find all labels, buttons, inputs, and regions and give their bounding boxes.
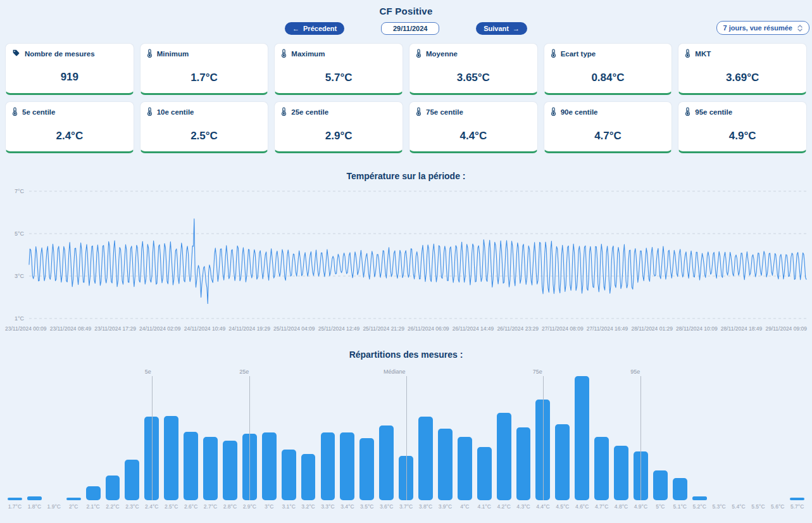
histogram-column [416,369,435,500]
thermometer-icon [147,49,153,59]
histogram-bar [673,478,687,500]
histogram-x-label: 2.7°C [201,503,220,510]
stat-value: 0.84°C [551,72,666,84]
percentile-marker-label: 25e [239,369,249,375]
percentile-marker-label: 5e [145,369,151,375]
x-tick-label: 27/11/2024 16:49 [587,325,628,332]
stat-card: 90e centile4.7°C [544,101,673,153]
thermometer-icon [281,107,287,117]
histogram-x-label: 5.7°C [787,503,807,510]
stat-card: Minimum1.7°C [140,43,269,95]
histogram-column [259,369,279,500]
thermometer-icon [147,107,153,117]
navigation-bar: ← Précedent Suivant → 7 jours, vue résum… [0,22,812,35]
histogram-x-label: 3.3°C [318,503,338,510]
line-chart-title: Température sur la période : [0,171,812,181]
histogram-column [475,369,494,500]
histogram-x-label: 3.1°C [279,503,299,510]
histogram-bar [379,425,394,500]
histogram-bar [203,437,218,500]
x-tick-label: 23/11/2024 00:09 [5,325,47,332]
stat-value: 3.69°C [685,72,800,84]
previous-button[interactable]: ← Précedent [285,22,344,35]
x-tick-label: 23/11/2024 08:49 [50,325,92,332]
histogram-x-label: 2.2°C [103,503,123,510]
x-tick-label: 23/11/2024 17:29 [94,325,136,332]
histogram-x-label: 5.6°C [768,503,787,510]
histogram-x-label: 3.4°C [337,503,357,510]
stat-value: 2.5°C [147,130,262,142]
histogram-bar [516,427,531,500]
histogram-column [514,369,534,500]
stat-value: 2.4°C [12,130,127,142]
histogram-x-label: 5.2°C [690,503,709,510]
stat-value: 5.7°C [281,72,396,84]
x-tick-label: 25/11/2024 04:09 [273,325,315,332]
stat-label: Minimum [157,50,189,58]
thermometer-icon [551,107,556,117]
percentile-marker-label: Médiane [384,369,406,375]
histogram-bar [223,441,237,500]
histogram-bar [458,437,472,500]
x-tick-label: 27/11/2024 08:09 [542,325,584,332]
x-tick-label: 24/11/2024 10:49 [184,325,226,332]
percentile-marker-label: 75e [533,369,542,375]
stat-card: 75e centile4.4°C [409,101,538,153]
x-tick-label: 28/11/2024 18:49 [721,325,763,332]
x-tick-label: 28/11/2024 01:29 [631,325,673,332]
histogram-bar [692,496,707,500]
histogram-bar [125,460,139,500]
stat-value: 4.7°C [551,130,666,142]
percentile-marker: 95e [640,376,641,500]
histogram-column [64,369,84,500]
x-tick-label: 24/11/2024 19:29 [228,325,270,332]
sort-chevrons-icon [797,25,803,32]
stat-label: Maximum [291,50,325,58]
histogram-column [161,369,181,500]
stat-label: 25e centile [291,108,328,116]
date-input[interactable] [381,22,439,35]
histogram-bar [555,424,570,500]
x-tick-label: 26/11/2024 14:49 [453,325,494,332]
stat-value: 4.9°C [685,130,800,142]
histogram-column [25,369,44,500]
histogram-x-label: 2.4°C [142,503,161,510]
histogram-x-label: 3.6°C [377,503,396,510]
histogram-x-label: 4.8°C [611,503,631,510]
temperature-line-chart: 7°C5°C3°C1°C [0,186,812,324]
x-tick-label: 26/11/2024 06:09 [408,325,449,332]
histogram-bar [790,498,804,500]
stat-value: 4.4°C [416,130,531,142]
x-tick-label: 26/11/2024 23:29 [497,325,539,332]
svg-text:5°C: 5°C [15,230,25,237]
histogram-x-label: 2.1°C [84,503,103,510]
histogram-x-label: 2.8°C [220,503,240,510]
histogram-bar [438,429,453,500]
histogram-bar [27,496,42,500]
range-select[interactable]: 7 jours, vue résumée [716,21,809,35]
histogram-column [103,369,123,500]
thermometer-icon [551,49,556,59]
histogram-bar [418,417,433,500]
dashboard: CF Positive ← Précedent Suivant → 7 jour… [0,0,812,510]
x-tick-label: 29/11/2024 09:09 [765,325,807,332]
bar-chart-title: Répartitions des mesures : [0,350,812,360]
histogram-x-label: 2.6°C [181,503,201,510]
histogram-bar [359,438,374,500]
histogram-column [44,369,64,500]
histogram-x-label: 4.7°C [592,503,611,510]
next-button[interactable]: Suivant → [476,22,527,35]
x-tick-label: 28/11/2024 10:09 [676,325,718,332]
stat-label: Nombre de mesures [25,50,95,58]
svg-text:1°C: 1°C [15,315,25,322]
histogram-x-axis: 1.7°C1.8°C1.9°C2°C2.1°C2.2°C2.3°C2.4°C2.… [5,503,807,510]
histogram-x-label: 4.5°C [553,503,572,510]
stat-label: 90e centile [561,108,598,116]
histogram-column [768,369,787,500]
stats-grid: Nombre de mesures919Minimum1.7°CMaximum5… [5,43,807,153]
stat-value: 2.9°C [281,130,396,142]
histogram-column [709,369,729,500]
stat-card: Maximum5.7°C [274,43,403,95]
histogram-column [337,369,357,500]
histogram-column [611,369,631,500]
